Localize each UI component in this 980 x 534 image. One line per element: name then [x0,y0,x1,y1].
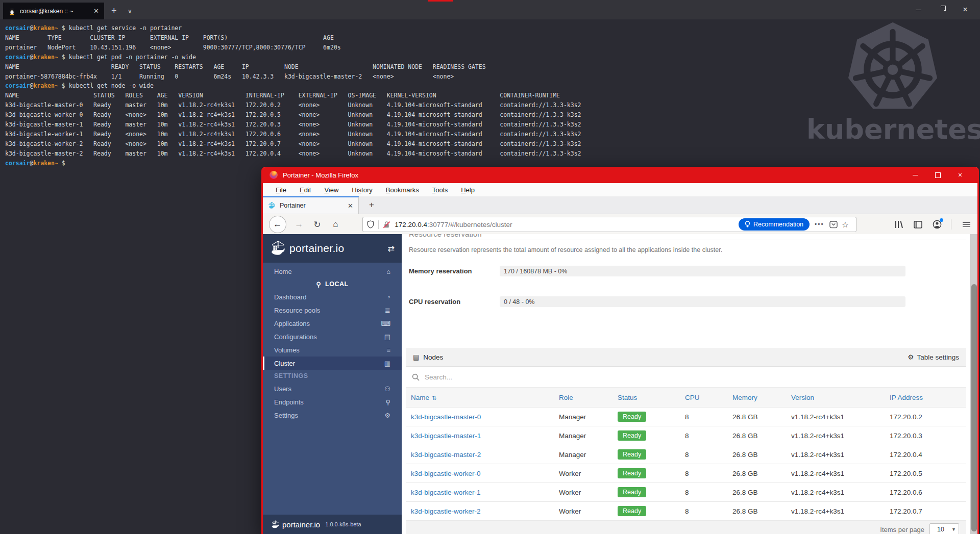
column-header-ip-address[interactable]: IP Address [890,394,966,401]
sidebar-endpoint-local[interactable]: ⚲LOCAL [263,278,402,290]
url-bar[interactable]: 172.20.0.4:30777/#/kubernetes/cluster Re… [362,217,856,232]
table-settings-button[interactable]: ⚙ Table settings [908,353,959,361]
menu-history[interactable]: History [345,186,379,194]
node-status-cell: Ready [618,430,685,441]
reload-button[interactable]: ↻ [312,219,323,230]
home-button[interactable]: ⌂ [330,219,341,230]
node-ip: 172.20.0.4 [890,451,966,459]
terminal-line: k3d-bigcastle-master-0 Ready master 10m … [5,100,581,110]
menu-bookmarks[interactable]: Bookmarks [379,186,426,194]
node-status-cell: Ready [618,468,685,478]
page-scrollbar[interactable] [970,234,977,534]
terminal-line: k3d-bigcastle-worker-2 Ready <none> 10m … [5,139,581,149]
terminal-minimize-button[interactable] [906,0,930,19]
address-text[interactable]: 172.20.0.4:30777/#/kubernetes/cluster [395,221,739,228]
server-icon: ▥ [384,360,390,367]
terminal-tab[interactable]: corsair@kraken :: ~ ✕ [3,3,104,19]
node-cpu: 8 [685,413,732,421]
node-row: k3d-bigcastle-worker-1WorkerReady826.8 G… [406,483,966,502]
terminal-output[interactable]: corsair@kraken~ $ kubectl get service -n… [5,23,581,168]
node-version: v1.18.2-rc4+k3s1 [791,507,890,515]
node-version: v1.18.2-rc4+k3s1 [791,432,890,440]
sidebar-item-volumes[interactable]: Volumes≡ [263,343,402,357]
account-icon[interactable] [933,220,942,229]
sidebar-item-home[interactable]: Home⌂ [263,265,402,278]
status-badge: Ready [618,449,646,460]
sidebar-item-configurations[interactable]: Configurations▤ [263,330,402,343]
forward-button[interactable]: → [293,219,305,230]
node-name-link[interactable]: k3d-bigcastle-master-1 [411,432,559,440]
terminal-line: NAME READY STATUS RESTARTS AGE IP NODE N… [5,62,581,72]
sidebar-item-resource-pools[interactable]: Resource pools≣ [263,303,402,317]
divider [378,220,379,229]
terminal-line: corsair@kraken~ $ kubectl get node -o wi… [5,81,581,91]
status-badge: Ready [618,487,646,497]
column-header-cpu[interactable]: CPU [685,394,732,401]
laptop-icon: ⌨ [381,320,390,327]
endpoint-switch-icon[interactable]: ⇄ [388,244,395,253]
terminal-tab-dropdown-icon[interactable]: ∨ [128,4,132,18]
column-header-status[interactable]: Status [618,394,685,401]
menu-help[interactable]: Help [454,186,481,194]
url-path: :30777/#/kubernetes/cluster [427,221,512,228]
bookmark-star-icon[interactable]: ☆ [842,220,849,230]
tab-close-icon[interactable]: ✕ [348,202,353,210]
plug-icon: ⚲ [316,281,321,288]
back-button[interactable]: ← [269,216,286,233]
firefox-maximize-button[interactable] [926,167,949,183]
search-input[interactable] [424,373,960,382]
terminal-new-tab-button[interactable]: + [111,3,117,18]
column-header-version[interactable]: Version [791,394,890,401]
node-name-link[interactable]: k3d-bigcastle-worker-1 [411,489,559,496]
dashboard-icon: ◔ [386,293,390,301]
node-name-link[interactable]: k3d-bigcastle-master-2 [411,451,559,459]
library-icon[interactable] [894,220,903,228]
node-memory: 26.8 GB [732,507,791,515]
node-name-link[interactable]: k3d-bigcastle-worker-2 [411,507,559,515]
node-status-cell: Ready [618,506,685,516]
menu-hamburger-icon[interactable] [963,222,970,227]
pocket-icon[interactable] [829,221,838,228]
gear-icon: ⚙ [908,353,914,361]
sidebar-item-applications[interactable]: Applications⌨ [263,317,402,330]
firefox-title-bar[interactable]: Portainer - Mozilla Firefox × [263,167,977,183]
browser-tab-portainer[interactable]: Portainer ✕ [263,196,359,214]
memory-reservation-bar: 170 / 160878 MB - 0% [500,266,905,276]
menu-tools[interactable]: Tools [426,186,454,194]
terminal-restore-button[interactable] [930,0,953,19]
recommendation-button[interactable]: Recommendation [739,218,810,231]
node-name-link[interactable]: k3d-bigcastle-worker-0 [411,470,559,477]
sidebar-header[interactable]: portainer.io ⇄ [263,234,402,263]
column-header-name[interactable]: Name⇅ [411,394,559,401]
menu-view[interactable]: View [317,186,345,194]
scrollbar-thumb[interactable] [971,284,977,531]
terminal-line: portainer NodePort 10.43.151.196 <none> … [5,43,581,53]
gear-icon: ⚙ [384,412,390,419]
column-header-role[interactable]: Role [559,394,618,401]
node-name-link[interactable]: k3d-bigcastle-master-0 [411,413,559,421]
sidebar-item-endpoints[interactable]: Endpoints⚲ [263,395,402,409]
sidebar-item-dashboard[interactable]: Dashboard◔ [263,290,402,303]
items-per-page-select[interactable]: 10 ▼ [929,523,959,534]
menu-file[interactable]: File [269,186,293,194]
firefox-close-button[interactable]: × [949,167,971,183]
node-cpu: 8 [685,507,732,515]
menu-edit[interactable]: Edit [293,186,317,194]
server-icon: ▤ [413,353,419,361]
new-tab-button[interactable]: + [365,198,378,212]
sidebar-item-settings[interactable]: Settings⚙ [263,409,402,422]
page-actions-icon[interactable]: ••• [815,221,824,228]
terminal-close-button[interactable]: × [953,0,977,19]
tracking-shield-icon[interactable] [367,220,374,228]
sidebar-item-users[interactable]: Users⚇ [263,382,402,395]
toolbar-icons [889,219,977,230]
firefox-menu-bar: FileEditViewHistoryBookmarksToolsHelp [263,183,977,196]
column-header-memory[interactable]: Memory [732,394,791,401]
sidebar-toggle-icon[interactable] [914,221,922,228]
memory-reservation-row: Memory reservation 170 / 160878 MB - 0% [409,266,970,276]
insecure-lock-icon[interactable] [383,221,390,228]
status-badge: Ready [618,468,646,478]
firefox-minimize-button[interactable] [904,167,926,183]
sidebar-item-cluster[interactable]: Cluster▥ [263,357,402,370]
terminal-tab-close-icon[interactable]: ✕ [93,7,99,15]
